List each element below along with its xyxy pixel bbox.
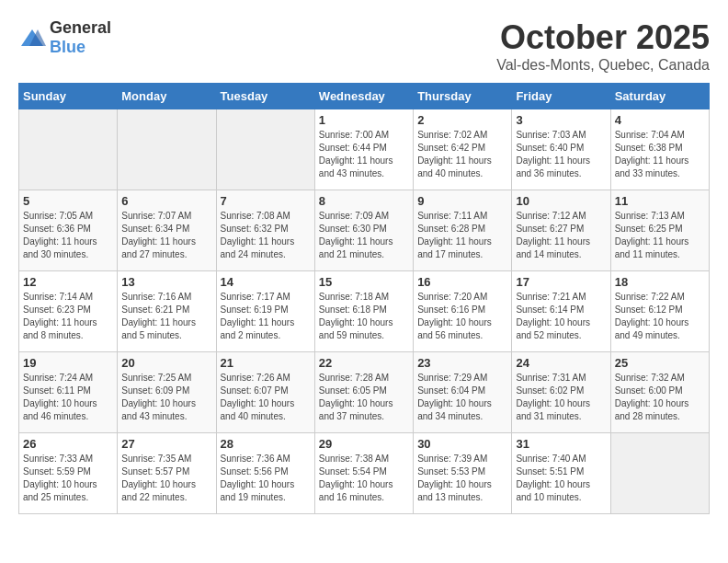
calendar-cell: 15Sunrise: 7:18 AM Sunset: 6:18 PM Dayli…	[314, 271, 413, 352]
calendar-cell: 29Sunrise: 7:38 AM Sunset: 5:54 PM Dayli…	[314, 433, 413, 514]
day-number: 26	[23, 437, 113, 451]
calendar-cell: 11Sunrise: 7:13 AM Sunset: 6:25 PM Dayli…	[610, 190, 709, 271]
day-number: 12	[23, 275, 113, 289]
day-number: 1	[319, 113, 409, 127]
day-info: Sunrise: 7:05 AM Sunset: 6:36 PM Dayligh…	[23, 210, 113, 261]
calendar-cell	[19, 109, 118, 190]
calendar-cell: 7Sunrise: 7:08 AM Sunset: 6:32 PM Daylig…	[216, 190, 314, 271]
calendar-cell	[118, 109, 216, 190]
calendar-cell: 8Sunrise: 7:09 AM Sunset: 6:30 PM Daylig…	[314, 190, 413, 271]
day-info: Sunrise: 7:40 AM Sunset: 5:51 PM Dayligh…	[516, 453, 606, 504]
logo: General Blue	[18, 18, 111, 57]
calendar-cell: 18Sunrise: 7:22 AM Sunset: 6:12 PM Dayli…	[610, 271, 709, 352]
day-info: Sunrise: 7:04 AM Sunset: 6:38 PM Dayligh…	[615, 129, 705, 180]
title-area: October 2025 Val-des-Monts, Quebec, Cana…	[496, 18, 710, 74]
header-saturday: Saturday	[610, 84, 709, 109]
calendar-cell: 10Sunrise: 7:12 AM Sunset: 6:27 PM Dayli…	[512, 190, 610, 271]
calendar-cell: 26Sunrise: 7:33 AM Sunset: 5:59 PM Dayli…	[19, 433, 118, 514]
day-info: Sunrise: 7:38 AM Sunset: 5:54 PM Dayligh…	[319, 453, 409, 504]
calendar-cell: 6Sunrise: 7:07 AM Sunset: 6:34 PM Daylig…	[118, 190, 216, 271]
day-number: 29	[319, 437, 409, 451]
day-info: Sunrise: 7:39 AM Sunset: 5:53 PM Dayligh…	[417, 453, 507, 504]
day-info: Sunrise: 7:20 AM Sunset: 6:16 PM Dayligh…	[417, 291, 507, 342]
calendar-cell: 21Sunrise: 7:26 AM Sunset: 6:07 PM Dayli…	[216, 352, 314, 433]
calendar-cell: 13Sunrise: 7:16 AM Sunset: 6:21 PM Dayli…	[118, 271, 216, 352]
day-number: 19	[23, 356, 113, 370]
week-row-2: 5Sunrise: 7:05 AM Sunset: 6:36 PM Daylig…	[19, 190, 710, 271]
header-wednesday: Wednesday	[314, 84, 413, 109]
calendar-cell: 4Sunrise: 7:04 AM Sunset: 6:38 PM Daylig…	[610, 109, 709, 190]
day-number: 11	[615, 194, 705, 208]
calendar-cell: 25Sunrise: 7:32 AM Sunset: 6:00 PM Dayli…	[610, 352, 709, 433]
calendar-cell: 28Sunrise: 7:36 AM Sunset: 5:56 PM Dayli…	[216, 433, 314, 514]
day-info: Sunrise: 7:36 AM Sunset: 5:56 PM Dayligh…	[221, 453, 311, 504]
logo-icon	[18, 27, 46, 49]
day-info: Sunrise: 7:33 AM Sunset: 5:59 PM Dayligh…	[23, 453, 113, 504]
calendar-cell: 31Sunrise: 7:40 AM Sunset: 5:51 PM Dayli…	[512, 433, 610, 514]
calendar-header-row: SundayMondayTuesdayWednesdayThursdayFrid…	[19, 84, 710, 109]
day-info: Sunrise: 7:32 AM Sunset: 6:00 PM Dayligh…	[615, 372, 705, 423]
calendar-cell: 14Sunrise: 7:17 AM Sunset: 6:19 PM Dayli…	[216, 271, 314, 352]
calendar-cell: 17Sunrise: 7:21 AM Sunset: 6:14 PM Dayli…	[512, 271, 610, 352]
day-number: 8	[319, 194, 409, 208]
header-tuesday: Tuesday	[216, 84, 314, 109]
calendar-cell: 30Sunrise: 7:39 AM Sunset: 5:53 PM Dayli…	[414, 433, 512, 514]
day-number: 4	[615, 113, 705, 127]
calendar-cell: 16Sunrise: 7:20 AM Sunset: 6:16 PM Dayli…	[414, 271, 512, 352]
month-title: October 2025	[496, 18, 710, 57]
day-info: Sunrise: 7:25 AM Sunset: 6:09 PM Dayligh…	[121, 372, 211, 423]
logo-text-blue: Blue	[50, 38, 85, 56]
day-info: Sunrise: 7:12 AM Sunset: 6:27 PM Dayligh…	[516, 210, 606, 261]
week-row-3: 12Sunrise: 7:14 AM Sunset: 6:23 PM Dayli…	[19, 271, 710, 352]
day-info: Sunrise: 7:35 AM Sunset: 5:57 PM Dayligh…	[121, 453, 211, 504]
day-info: Sunrise: 7:14 AM Sunset: 6:23 PM Dayligh…	[23, 291, 113, 342]
calendar-cell: 9Sunrise: 7:11 AM Sunset: 6:28 PM Daylig…	[414, 190, 512, 271]
calendar-table: SundayMondayTuesdayWednesdayThursdayFrid…	[18, 83, 710, 514]
calendar-cell	[216, 109, 314, 190]
day-number: 22	[319, 356, 409, 370]
day-info: Sunrise: 7:26 AM Sunset: 6:07 PM Dayligh…	[221, 372, 311, 423]
day-number: 7	[221, 194, 311, 208]
header: General Blue October 2025 Val-des-Monts,…	[18, 18, 710, 74]
day-info: Sunrise: 7:22 AM Sunset: 6:12 PM Dayligh…	[615, 291, 705, 342]
day-number: 17	[516, 275, 606, 289]
calendar-cell: 22Sunrise: 7:28 AM Sunset: 6:05 PM Dayli…	[314, 352, 413, 433]
calendar-cell: 23Sunrise: 7:29 AM Sunset: 6:04 PM Dayli…	[414, 352, 512, 433]
day-info: Sunrise: 7:13 AM Sunset: 6:25 PM Dayligh…	[615, 210, 705, 261]
day-number: 3	[516, 113, 606, 127]
day-number: 31	[516, 437, 606, 451]
day-number: 16	[417, 275, 507, 289]
week-row-5: 26Sunrise: 7:33 AM Sunset: 5:59 PM Dayli…	[19, 433, 710, 514]
header-sunday: Sunday	[19, 84, 118, 109]
day-info: Sunrise: 7:31 AM Sunset: 6:02 PM Dayligh…	[516, 372, 606, 423]
day-info: Sunrise: 7:08 AM Sunset: 6:32 PM Dayligh…	[221, 210, 311, 261]
calendar-cell: 24Sunrise: 7:31 AM Sunset: 6:02 PM Dayli…	[512, 352, 610, 433]
day-info: Sunrise: 7:17 AM Sunset: 6:19 PM Dayligh…	[221, 291, 311, 342]
calendar-cell: 2Sunrise: 7:02 AM Sunset: 6:42 PM Daylig…	[414, 109, 512, 190]
calendar-cell: 19Sunrise: 7:24 AM Sunset: 6:11 PM Dayli…	[19, 352, 118, 433]
day-info: Sunrise: 7:18 AM Sunset: 6:18 PM Dayligh…	[319, 291, 409, 342]
day-info: Sunrise: 7:24 AM Sunset: 6:11 PM Dayligh…	[23, 372, 113, 423]
day-number: 25	[615, 356, 705, 370]
day-number: 27	[121, 437, 211, 451]
day-info: Sunrise: 7:07 AM Sunset: 6:34 PM Dayligh…	[121, 210, 211, 261]
calendar-cell: 3Sunrise: 7:03 AM Sunset: 6:40 PM Daylig…	[512, 109, 610, 190]
calendar-cell: 5Sunrise: 7:05 AM Sunset: 6:36 PM Daylig…	[19, 190, 118, 271]
day-number: 21	[221, 356, 311, 370]
day-number: 20	[121, 356, 211, 370]
day-info: Sunrise: 7:09 AM Sunset: 6:30 PM Dayligh…	[319, 210, 409, 261]
day-number: 24	[516, 356, 606, 370]
day-info: Sunrise: 7:03 AM Sunset: 6:40 PM Dayligh…	[516, 129, 606, 180]
logo-text-general: General	[50, 18, 111, 37]
day-number: 18	[615, 275, 705, 289]
calendar-cell: 20Sunrise: 7:25 AM Sunset: 6:09 PM Dayli…	[118, 352, 216, 433]
day-number: 6	[121, 194, 211, 208]
day-info: Sunrise: 7:28 AM Sunset: 6:05 PM Dayligh…	[319, 372, 409, 423]
day-number: 28	[221, 437, 311, 451]
calendar-cell: 12Sunrise: 7:14 AM Sunset: 6:23 PM Dayli…	[19, 271, 118, 352]
week-row-1: 1Sunrise: 7:00 AM Sunset: 6:44 PM Daylig…	[19, 109, 710, 190]
day-info: Sunrise: 7:16 AM Sunset: 6:21 PM Dayligh…	[121, 291, 211, 342]
day-info: Sunrise: 7:11 AM Sunset: 6:28 PM Dayligh…	[417, 210, 507, 261]
header-friday: Friday	[512, 84, 610, 109]
calendar-cell	[610, 433, 709, 514]
